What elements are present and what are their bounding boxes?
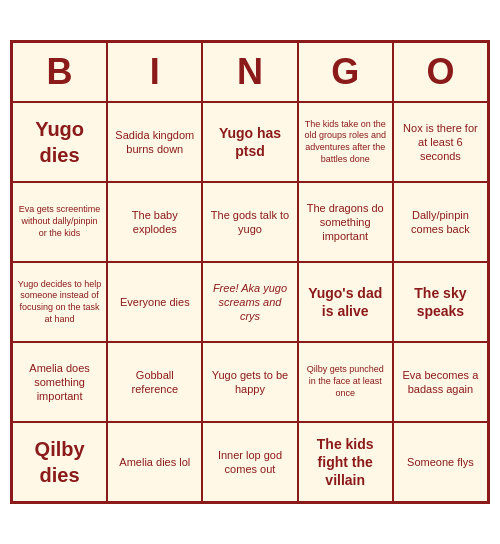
bingo-cell[interactable]: The sky speaks xyxy=(393,262,488,342)
bingo-cell[interactable]: Everyone dies xyxy=(107,262,202,342)
bingo-cell[interactable]: Yugo's dad is alive xyxy=(298,262,393,342)
bingo-grid: Yugo diesSadida kingdom burns downYugo h… xyxy=(12,102,488,502)
header-letter: B xyxy=(12,42,107,102)
header-letter: I xyxy=(107,42,202,102)
bingo-cell[interactable]: The gods talk to yugo xyxy=(202,182,297,262)
bingo-cell[interactable]: Eva becomes a badass again xyxy=(393,342,488,422)
bingo-cell[interactable]: The kids take on the old groups roles an… xyxy=(298,102,393,182)
bingo-cell[interactable]: Qilby gets punched in the face at least … xyxy=(298,342,393,422)
bingo-cell[interactable]: Yugo decides to help someone instead of … xyxy=(12,262,107,342)
bingo-cell[interactable]: The dragons do something important xyxy=(298,182,393,262)
bingo-cell[interactable]: The baby explodes xyxy=(107,182,202,262)
bingo-cell[interactable]: Amelia does something important xyxy=(12,342,107,422)
bingo-cell[interactable]: Sadida kingdom burns down xyxy=(107,102,202,182)
bingo-cell[interactable]: Yugo gets to be happy xyxy=(202,342,297,422)
bingo-cell[interactable]: Gobball reference xyxy=(107,342,202,422)
bingo-cell[interactable]: Qilby dies xyxy=(12,422,107,502)
bingo-cell[interactable]: The kids fight the villain xyxy=(298,422,393,502)
bingo-cell[interactable]: Nox is there for at least 6 seconds xyxy=(393,102,488,182)
bingo-card: BINGO Yugo diesSadida kingdom burns down… xyxy=(10,40,490,504)
header-letter: O xyxy=(393,42,488,102)
bingo-cell[interactable]: Free! Aka yugo screams and crys xyxy=(202,262,297,342)
bingo-cell[interactable]: Dally/pinpin comes back xyxy=(393,182,488,262)
bingo-cell[interactable]: Eva gets screentime without dally/pinpin… xyxy=(12,182,107,262)
bingo-cell[interactable]: Amelia dies lol xyxy=(107,422,202,502)
bingo-cell[interactable]: Yugo dies xyxy=(12,102,107,182)
bingo-cell[interactable]: Someone flys xyxy=(393,422,488,502)
bingo-cell[interactable]: Inner lop god comes out xyxy=(202,422,297,502)
header-letter: G xyxy=(298,42,393,102)
bingo-cell[interactable]: Yugo has ptsd xyxy=(202,102,297,182)
bingo-header: BINGO xyxy=(12,42,488,102)
header-letter: N xyxy=(202,42,297,102)
